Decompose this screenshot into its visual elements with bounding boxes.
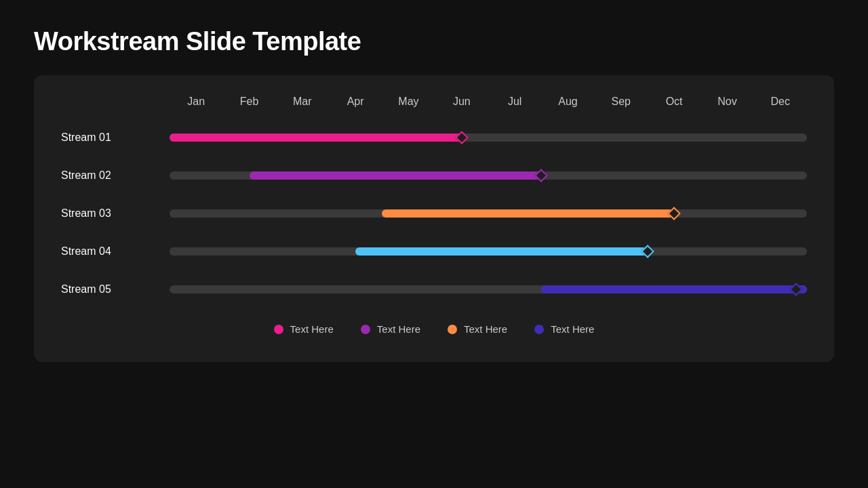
month-label: Dec (754, 96, 807, 108)
stream-row: Stream 05 (61, 276, 807, 303)
legend-label-4: Text Here (551, 323, 594, 335)
legend-dot-1 (274, 325, 283, 334)
month-label: Jun (435, 96, 488, 108)
stream-label-5: Stream 05 (61, 283, 170, 296)
legend-item-2: Text Here (361, 323, 420, 335)
legend-item-4: Text Here (534, 323, 594, 335)
month-label: Oct (648, 96, 701, 108)
stream-row: Stream 03 (61, 200, 807, 227)
months-row: JanFebMarAprMayJunJulAugSepOctNovDec (170, 96, 807, 108)
legend-label-2: Text Here (377, 323, 420, 335)
legend-dot-3 (448, 325, 457, 334)
legend-dot-4 (534, 325, 544, 334)
bar-track-4 (170, 247, 807, 256)
bar-fill-5 (541, 285, 807, 293)
legend-row: Text HereText HereText HereText Here (61, 323, 807, 335)
month-label: Feb (222, 96, 275, 108)
month-label: Sep (595, 96, 648, 108)
stream-row: Stream 01 (61, 124, 807, 151)
bar-fill-1 (170, 134, 462, 142)
bar-fill-4 (355, 247, 648, 256)
stream-label-4: Stream 04 (61, 245, 170, 258)
chart-container: JanFebMarAprMayJunJulAugSepOctNovDec Str… (34, 75, 834, 362)
stream-row: Stream 04 (61, 238, 807, 265)
month-label: Apr (329, 96, 382, 108)
month-label: Jan (170, 96, 222, 108)
legend-label-1: Text Here (290, 323, 334, 335)
legend-item-3: Text Here (448, 323, 507, 335)
month-label: Nov (701, 96, 753, 108)
bar-track-1 (170, 134, 807, 142)
month-label: Aug (541, 96, 594, 108)
month-label: Mar (276, 96, 329, 108)
page-title: Workstream Slide Template (34, 27, 361, 56)
stream-label-2: Stream 02 (61, 169, 170, 182)
stream-label-1: Stream 01 (61, 131, 170, 144)
stream-row: Stream 02 (61, 162, 807, 189)
stream-label-3: Stream 03 (61, 207, 170, 220)
bar-track-5 (170, 285, 807, 293)
bar-fill-2 (250, 171, 542, 180)
month-label: Jul (488, 96, 541, 108)
streams-container: Stream 01Stream 02Stream 03Stream 04Stre… (61, 124, 807, 303)
bar-fill-3 (382, 209, 674, 218)
bar-track-3 (170, 209, 807, 218)
month-label: May (382, 96, 435, 108)
legend-item-1: Text Here (274, 323, 334, 335)
bar-track-2 (170, 171, 807, 180)
legend-dot-2 (361, 325, 370, 334)
legend-label-3: Text Here (464, 323, 507, 335)
